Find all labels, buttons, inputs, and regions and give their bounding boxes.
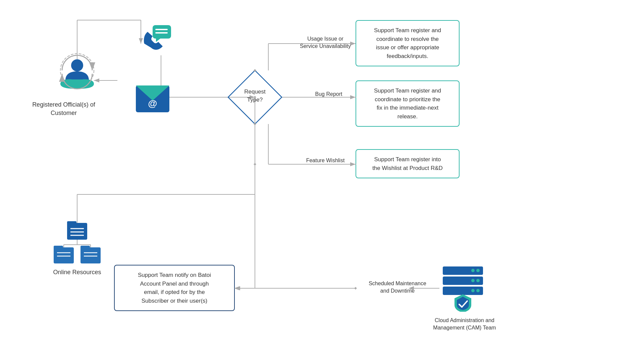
svg-point-64 bbox=[471, 279, 475, 282]
svg-point-66 bbox=[476, 289, 480, 292]
diagram: @ bbox=[0, 0, 644, 362]
feature-wishlist-box: Support Team register intothe Wishlist a… bbox=[356, 149, 460, 178]
online-resources-icon bbox=[52, 221, 102, 265]
bug-report-label: Bug Report bbox=[302, 90, 356, 98]
svg-rect-43 bbox=[67, 221, 76, 225]
online-resources-label: Online Resources bbox=[44, 268, 111, 277]
svg-marker-34 bbox=[156, 39, 160, 42]
svg-text:@: @ bbox=[148, 98, 157, 109]
scheduled-maintenance-label: Scheduled Maintenanceand Downtime bbox=[356, 280, 439, 295]
svg-point-61 bbox=[471, 269, 475, 272]
bug-report-box: Support Team register andcoordinate to p… bbox=[356, 80, 460, 127]
notify-box: Support Team notify on BatoiAccount Pane… bbox=[114, 265, 235, 311]
registered-official-label: Registered Official(s) ofCustomer bbox=[30, 101, 97, 117]
phone-icon bbox=[134, 20, 174, 60]
feature-wishlist-label: Feature Wishlist bbox=[292, 157, 359, 164]
cam-team-label: Cloud Administration andManagement (CAM)… bbox=[426, 317, 503, 332]
usage-issue-label: Usage Issue orService Unavailability bbox=[292, 35, 359, 50]
cam-team-icon bbox=[436, 265, 490, 312]
svg-point-41 bbox=[71, 59, 83, 71]
svg-rect-42 bbox=[67, 223, 87, 240]
svg-rect-51 bbox=[54, 247, 74, 263]
request-type-label: RequestType? bbox=[235, 88, 275, 104]
svg-point-60 bbox=[476, 269, 480, 272]
svg-rect-55 bbox=[80, 247, 101, 263]
usage-issue-box: Support Team register andcoordinate to r… bbox=[356, 20, 460, 66]
svg-rect-33 bbox=[153, 25, 171, 39]
svg-rect-56 bbox=[80, 246, 90, 250]
customer-icon bbox=[54, 52, 101, 96]
svg-point-67 bbox=[471, 289, 475, 292]
svg-marker-30 bbox=[254, 163, 256, 166]
svg-point-63 bbox=[476, 279, 480, 282]
email-icon: @ bbox=[134, 84, 171, 114]
svg-rect-52 bbox=[54, 246, 63, 250]
